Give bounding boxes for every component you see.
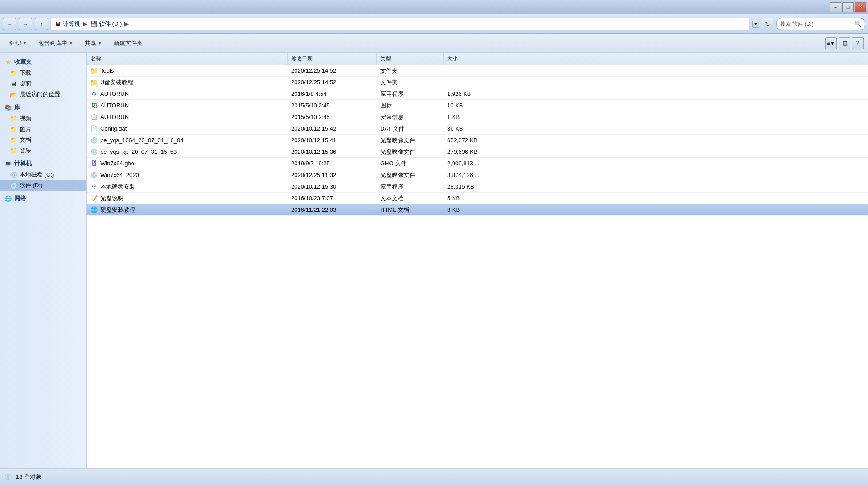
close-button[interactable]: ✕	[855, 2, 866, 12]
col-size[interactable]: 大小	[444, 53, 510, 65]
file-name-cell: 📝 光盘说明	[87, 194, 288, 202]
table-row[interactable]: 🗄 Win7x64.gho 2019/9/7 19:25 GHO 文件 2,90…	[87, 158, 868, 169]
file-type: 图标	[377, 102, 444, 110]
breadcrumb-computer[interactable]: 计算机	[63, 20, 80, 28]
recent-icon: 📂	[10, 91, 17, 98]
table-row[interactable]: 💿 Win7x64_2020 2020/12/25 11:32 光盘映像文件 3…	[87, 169, 868, 181]
file-modified: 2020/12/25 11:32	[288, 172, 377, 178]
table-row[interactable]: 💿 pe_yqs_1064_20_07_31_16_04 2020/10/12 …	[87, 135, 868, 146]
documents-icon: 📁	[10, 136, 17, 144]
c-drive-icon: 💿	[10, 171, 17, 178]
file-size: 5 KB	[444, 195, 510, 201]
sidebar-item-c-drive[interactable]: 💿 本地磁盘 (C:)	[0, 169, 86, 180]
downloads-label: 下载	[20, 69, 31, 77]
table-row[interactable]: ⚙ 本地硬盘安装 2020/10/12 15:30 应用程序 28,315 KB	[87, 181, 868, 193]
search-icon[interactable]: 🔍	[854, 21, 861, 27]
file-icon: 💿	[91, 148, 98, 156]
toolbar: 组织 ▼ 包含到库中 ▼ 共享 ▼ 新建文件夹 ≡▼ ▥ ?	[0, 34, 868, 53]
maximize-button[interactable]: □	[842, 2, 854, 12]
drive-breadcrumb-icon: 💾	[90, 21, 97, 28]
file-size: 279,696 KB	[444, 148, 510, 155]
col-name[interactable]: 名称	[87, 53, 288, 65]
help-button[interactable]: ?	[852, 37, 864, 49]
share-button[interactable]: 共享 ▼	[80, 37, 107, 50]
table-row[interactable]: 📁 Tools 2020/12/25 14:52 文件夹	[87, 65, 868, 77]
file-modified: 2020/10/12 15:42	[288, 125, 377, 132]
file-type: 安装信息	[377, 113, 444, 121]
organize-button[interactable]: 组织 ▼	[4, 37, 32, 50]
file-name: 本地硬盘安装	[100, 183, 135, 191]
file-modified: 2016/10/23 7:07	[288, 195, 377, 201]
file-icon: 💿	[91, 172, 98, 179]
sidebar-item-video[interactable]: 📁 视频	[0, 113, 86, 124]
file-name: pe_yqs_1064_20_07_31_16_04	[100, 137, 184, 144]
file-name: 硬盘安装教程	[100, 206, 135, 214]
sidebar-item-recent[interactable]: 📂 最近访问的位置	[0, 89, 86, 100]
address-dropdown-button[interactable]: ▼	[752, 21, 759, 28]
sidebar-item-d-drive[interactable]: 💿 软件 (D:)	[0, 180, 86, 191]
file-icon: ⚙	[91, 90, 98, 98]
status-icon: 💿	[4, 473, 12, 480]
col-modified[interactable]: 修改日期	[288, 53, 377, 65]
documents-label: 文档	[20, 136, 31, 144]
col-type[interactable]: 类型	[377, 53, 444, 65]
table-row[interactable]: 💿 pe_yqs_xp_20_07_31_15_53 2020/10/12 15…	[87, 146, 868, 158]
breadcrumb: 🖥 计算机 ▶ 💾 软件 (D:) ▶	[51, 18, 749, 30]
refresh-button[interactable]: ↻	[762, 18, 773, 30]
share-label: 共享	[85, 39, 96, 47]
view-toggle-button[interactable]: ≡▼	[825, 37, 837, 49]
favorites-header[interactable]: ★ 收藏夹	[0, 56, 86, 68]
file-type: 光盘映像文件	[377, 148, 444, 156]
file-modified: 2020/10/12 15:36	[288, 148, 377, 155]
library-header[interactable]: 📚 库	[0, 102, 86, 113]
file-size: 3 KB	[444, 206, 510, 213]
file-icon: 📁	[91, 79, 98, 86]
sidebar-item-pictures[interactable]: 📁 图片	[0, 124, 86, 135]
file-type: DAT 文件	[377, 125, 444, 133]
video-icon: 📁	[10, 115, 17, 122]
include-arrow: ▼	[69, 41, 73, 45]
file-modified: 2015/5/10 2:45	[288, 102, 377, 109]
table-row[interactable]: 📝 光盘说明 2016/10/23 7:07 文本文档 5 KB	[87, 193, 868, 204]
table-row[interactable]: 📋 AUTORUN 2015/5/10 2:45 安装信息 1 KB	[87, 111, 868, 123]
table-row[interactable]: ⚙ AUTORUN 2016/1/8 4:54 应用程序 1,926 KB	[87, 88, 868, 100]
include-library-button[interactable]: 包含到库中 ▼	[33, 37, 78, 50]
preview-pane-button[interactable]: ▥	[839, 37, 850, 49]
forward-button[interactable]: →	[19, 18, 32, 30]
pictures-icon: 📁	[10, 126, 17, 133]
file-size: 1 KB	[444, 114, 510, 120]
up-button[interactable]: ↑	[35, 18, 48, 30]
computer-header[interactable]: 💻 计算机	[0, 158, 86, 169]
file-name: Win7x64_2020	[100, 172, 139, 178]
table-row[interactable]: 🌐 硬盘安装教程 2016/11/21 22:03 HTML 文档 3 KB	[87, 204, 868, 216]
sidebar-item-desktop[interactable]: 🖥 桌面	[0, 78, 86, 89]
sidebar-item-downloads[interactable]: 📁 下载	[0, 68, 86, 78]
new-folder-label: 新建文件夹	[114, 39, 143, 47]
table-row[interactable]: 📄 Config.dat 2020/10/12 15:42 DAT 文件 36 …	[87, 123, 868, 135]
file-name: U盘安装教程	[100, 78, 133, 86]
file-size: 10 KB	[444, 102, 510, 109]
minimize-button[interactable]: −	[830, 2, 841, 12]
table-row[interactable]: 📁 U盘安装教程 2020/12/25 14:52 文件夹	[87, 77, 868, 88]
organize-arrow: ▼	[23, 41, 27, 45]
new-folder-button[interactable]: 新建文件夹	[109, 37, 148, 50]
search-input[interactable]	[780, 21, 852, 27]
back-button[interactable]: ←	[3, 18, 16, 30]
breadcrumb-drive[interactable]: 软件 (D:)	[99, 20, 122, 28]
sidebar: ★ 收藏夹 📁 下载 🖥 桌面 📂 最近访问的位置 📚 库 📁	[0, 53, 87, 468]
file-icon: 💿	[91, 137, 98, 144]
file-name: pe_yqs_xp_20_07_31_15_53	[100, 148, 177, 155]
sidebar-item-documents[interactable]: 📁 文档	[0, 135, 86, 145]
toolbar-right: ≡▼ ▥ ?	[825, 37, 864, 49]
file-name: AUTORUN	[100, 114, 129, 120]
file-name: Tools	[100, 67, 114, 74]
network-header[interactable]: 🌐 网络	[0, 193, 86, 204]
pictures-label: 图片	[20, 125, 31, 133]
file-name: AUTORUN	[100, 90, 129, 97]
table-row[interactable]: 🖼 AUTORUN 2015/5/10 2:45 图标 10 KB	[87, 100, 868, 111]
file-list: 📁 Tools 2020/12/25 14:52 文件夹 📁 U盘安装教程 20…	[87, 65, 868, 468]
file-icon: 🗄	[91, 160, 98, 167]
sidebar-item-music[interactable]: 📁 音乐	[0, 145, 86, 156]
network-section: 🌐 网络	[0, 193, 86, 204]
file-name-cell: 💿 pe_yqs_1064_20_07_31_16_04	[87, 137, 288, 144]
